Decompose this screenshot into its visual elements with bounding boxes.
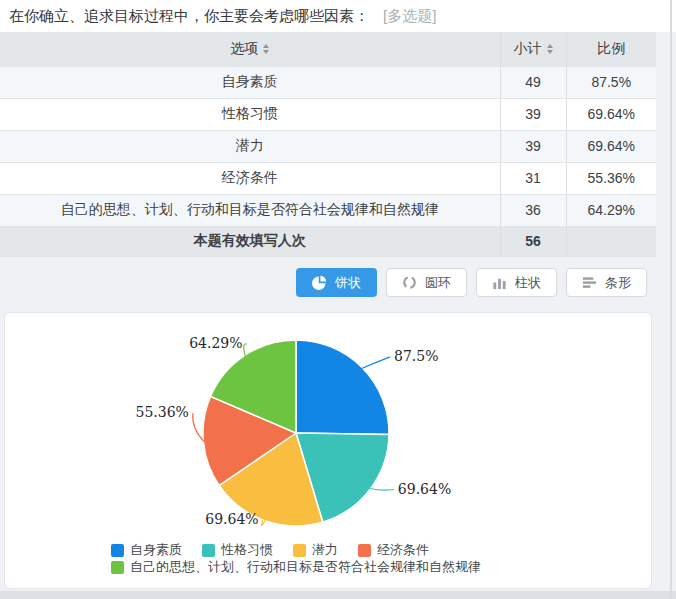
label-leader-line [362,357,390,369]
donut-button-label: 圆环 [425,274,451,292]
question-title-bar: 在你确立、追求目标过程中，你主要会考虑哪些因素： [多选题] [0,0,676,32]
legend-item[interactable]: 经济条件 [358,542,429,558]
legend-label: 自身素质 [130,541,182,559]
column-button-label: 柱状 [515,274,541,292]
legend-swatch [202,544,215,557]
table-row: 经济条件 31 55.36% [0,162,656,194]
legend-item[interactable]: 自己的思想、计划、行动和目标是否符合社会规律和自然规律 [111,559,481,575]
pie-percent-label: 64.29% [189,335,242,351]
ratio-cell: 87.5% [566,66,656,98]
option-cell: 潜力 [0,130,500,162]
option-cell: 自己的思想、计划、行动和目标是否符合社会规律和自然规律 [0,194,500,226]
count-cell: 49 [500,66,566,98]
column-icon [492,275,507,290]
legend-item[interactable]: 性格习惯 [202,542,273,558]
scrollbar[interactable] [670,0,672,599]
table-row: 潜力 39 69.64% [0,130,656,162]
count-cell: 31 [500,162,566,194]
count-cell: 39 [500,130,566,162]
footer-label: 本题有效填写人次 [0,226,500,256]
table-header-row: 选项 小计 比例 [0,32,656,66]
header-ratio: 比例 [566,32,656,66]
pie-percent-label: 69.64% [398,481,451,497]
count-cell: 36 [500,194,566,226]
legend-item[interactable]: 潜力 [293,542,338,558]
chart-type-toolbar: 饼状 圆环 柱状 条形 [296,268,647,297]
option-cell: 经济条件 [0,162,500,194]
header-option[interactable]: 选项 [0,32,500,66]
legend-label: 性格习惯 [221,541,273,559]
sort-icon [263,44,269,54]
chart-legend: 自身素质性格习惯潜力经济条件自己的思想、计划、行动和目标是否符合社会规律和自然规… [111,542,671,575]
bar-button-label: 条形 [605,274,631,292]
table-footer-row: 本题有效填写人次 56 [0,226,656,256]
question-type-tag: [多选题] [383,7,436,26]
pie-percent-label: 87.5% [394,348,438,364]
question-title: 在你确立、追求目标过程中，你主要会考虑哪些因素： [9,7,369,26]
count-cell: 39 [500,98,566,130]
legend-label: 潜力 [312,541,338,559]
pie-percent-label: 69.64% [205,511,258,527]
sort-icon [547,44,553,54]
donut-icon [402,275,417,290]
bar-icon [582,275,597,290]
results-table: 选项 小计 比例 自身素质 49 87.5% 性格习惯 39 69.64% 潜力… [0,32,656,257]
bottom-edge [0,591,676,599]
legend-swatch [358,544,371,557]
legend-label: 自己的思想、计划、行动和目标是否符合社会规律和自然规律 [130,558,481,576]
legend-item[interactable]: 自身素质 [111,542,182,558]
ratio-cell: 64.29% [566,194,656,226]
pie-percent-label: 55.36% [136,404,189,420]
table-row: 自身素质 49 87.5% [0,66,656,98]
label-leader-line [369,489,393,491]
ratio-cell: 69.64% [566,98,656,130]
pie-chart-button[interactable]: 饼状 [296,268,377,297]
table-row: 性格习惯 39 69.64% [0,98,656,130]
legend-swatch [111,561,124,574]
pie-slice[interactable] [296,340,389,435]
option-cell: 自身素质 [0,66,500,98]
header-count[interactable]: 小计 [500,32,566,66]
bar-chart-button[interactable]: 条形 [566,268,647,297]
ratio-cell: 69.64% [566,130,656,162]
legend-label: 经济条件 [377,541,429,559]
chart-card: 87.5%69.64%69.64%55.36%64.29% 自身素质性格习惯潜力… [4,312,652,589]
donut-chart-button[interactable]: 圆环 [386,268,467,297]
footer-count: 56 [500,226,566,256]
legend-swatch [293,544,306,557]
pie-button-label: 饼状 [335,274,361,292]
ratio-cell: 55.36% [566,162,656,194]
pie-icon [312,275,327,290]
legend-swatch [111,544,124,557]
option-cell: 性格习惯 [0,98,500,130]
column-chart-button[interactable]: 柱状 [476,268,557,297]
table-row: 自己的思想、计划、行动和目标是否符合社会规律和自然规律 36 64.29% [0,194,656,226]
